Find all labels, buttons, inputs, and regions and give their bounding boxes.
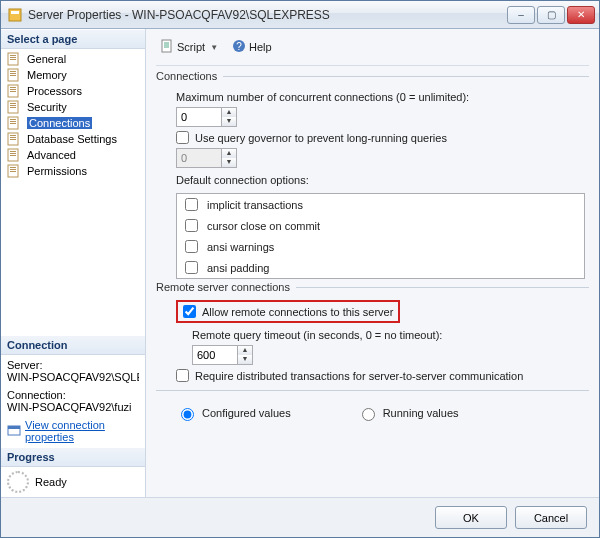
close-button[interactable]: ✕ xyxy=(567,6,595,24)
svg-rect-1 xyxy=(11,11,19,14)
allow-remote-checkbox[interactable]: Allow remote connections to this server xyxy=(183,305,393,318)
remote-timeout-label: Remote query timeout (in seconds, 0 = no… xyxy=(192,329,589,341)
spin-up-icon[interactable]: ▲ xyxy=(222,108,236,117)
connections-legend: Connections xyxy=(156,70,223,82)
svg-rect-9 xyxy=(10,75,16,76)
svg-rect-35 xyxy=(8,426,20,429)
sidebar-item-database-settings[interactable]: Database Settings xyxy=(1,131,145,147)
svg-rect-5 xyxy=(10,59,16,60)
server-value: WIN-PSOACQFAV92\SQLEXPRE xyxy=(7,371,139,383)
progress-header: Progress xyxy=(1,447,145,467)
properties-icon xyxy=(7,423,21,439)
svg-rect-13 xyxy=(10,91,16,92)
svg-rect-31 xyxy=(10,167,16,168)
svg-rect-33 xyxy=(10,171,16,172)
progress-spinner-icon xyxy=(7,471,29,493)
connection-header: Connection xyxy=(1,335,145,355)
page-icon xyxy=(7,100,23,114)
query-governor-value-input: ▲▼ xyxy=(176,148,237,168)
sidebar-item-processors[interactable]: Processors xyxy=(1,83,145,99)
select-page-header: Select a page xyxy=(1,29,145,49)
help-icon: ? xyxy=(232,39,246,55)
page-icon xyxy=(7,84,23,98)
svg-rect-4 xyxy=(10,57,16,58)
sidebar: Select a page GeneralMemoryProcessorsSec… xyxy=(1,29,146,497)
page-icon xyxy=(7,52,23,66)
svg-rect-23 xyxy=(10,135,16,136)
svg-rect-29 xyxy=(10,155,16,156)
connection-label: Connection: xyxy=(7,389,139,401)
toolbar: Script ▼ ? Help xyxy=(156,35,589,66)
help-button[interactable]: ? Help xyxy=(228,37,276,57)
svg-rect-8 xyxy=(10,73,16,74)
cancel-button[interactable]: Cancel xyxy=(515,506,587,529)
svg-rect-21 xyxy=(10,123,16,124)
default-options-listbox[interactable]: implicit transactionscursor close on com… xyxy=(176,193,585,279)
spin-up-icon[interactable]: ▲ xyxy=(238,346,252,355)
svg-rect-11 xyxy=(10,87,16,88)
view-connection-properties-link[interactable]: View connection properties xyxy=(7,419,139,443)
sidebar-item-security[interactable]: Security xyxy=(1,99,145,115)
page-icon xyxy=(7,148,23,162)
svg-rect-7 xyxy=(10,71,16,72)
maximize-button[interactable]: ▢ xyxy=(537,6,565,24)
sidebar-item-memory[interactable]: Memory xyxy=(1,67,145,83)
svg-rect-19 xyxy=(10,119,16,120)
dialog-footer: OK Cancel xyxy=(1,497,599,537)
spin-down-icon[interactable]: ▼ xyxy=(238,355,252,364)
sidebar-item-connections[interactable]: Connections xyxy=(1,115,145,131)
window-title: Server Properties - WIN-PSOACQFAV92\SQLE… xyxy=(28,8,505,22)
sidebar-item-label: Processors xyxy=(27,85,82,97)
svg-rect-12 xyxy=(10,89,16,90)
option-item[interactable]: cursor close on commit xyxy=(177,215,584,236)
script-button[interactable]: Script ▼ xyxy=(156,37,222,57)
svg-rect-36 xyxy=(162,40,171,52)
page-nav: GeneralMemoryProcessorsSecurityConnectio… xyxy=(1,49,145,181)
connection-value: WIN-PSOACQFAV92\fuzi xyxy=(7,401,139,413)
option-item[interactable]: ansi padding xyxy=(177,257,584,278)
max-connections-input[interactable]: ▲▼ xyxy=(176,107,237,127)
option-item[interactable]: ansi warnings xyxy=(177,236,584,257)
sidebar-item-advanced[interactable]: Advanced xyxy=(1,147,145,163)
server-label: Server: xyxy=(7,359,139,371)
svg-rect-0 xyxy=(9,9,21,21)
svg-rect-32 xyxy=(10,169,16,170)
running-values-radio[interactable]: Running values xyxy=(357,405,459,421)
svg-text:?: ? xyxy=(236,41,242,52)
svg-rect-17 xyxy=(10,107,16,108)
script-icon xyxy=(160,39,174,55)
svg-rect-16 xyxy=(10,105,16,106)
app-icon xyxy=(7,7,23,23)
minimize-button[interactable]: – xyxy=(507,6,535,24)
remote-timeout-input[interactable]: ▲▼ xyxy=(192,345,253,365)
require-dtc-checkbox[interactable]: Require distributed transactions for ser… xyxy=(176,369,523,382)
max-connections-label: Maximum number of concurrent connections… xyxy=(176,91,589,103)
allow-remote-highlight: Allow remote connections to this server xyxy=(176,300,400,323)
sidebar-item-label: Permissions xyxy=(27,165,87,177)
configured-values-radio[interactable]: Configured values xyxy=(176,405,291,421)
svg-rect-25 xyxy=(10,139,16,140)
ok-button[interactable]: OK xyxy=(435,506,507,529)
option-item[interactable]: ANSI NULLS xyxy=(177,278,584,279)
svg-rect-15 xyxy=(10,103,16,104)
sidebar-item-general[interactable]: General xyxy=(1,51,145,67)
main-pane: Script ▼ ? Help Connections Maximum numb… xyxy=(146,29,599,497)
sidebar-item-label: Connections xyxy=(27,117,92,129)
svg-rect-20 xyxy=(10,121,16,122)
sidebar-item-label: Advanced xyxy=(27,149,76,161)
page-icon xyxy=(7,116,23,130)
svg-rect-27 xyxy=(10,151,16,152)
svg-rect-28 xyxy=(10,153,16,154)
title-bar: Server Properties - WIN-PSOACQFAV92\SQLE… xyxy=(1,1,599,29)
chevron-down-icon: ▼ xyxy=(210,43,218,52)
default-options-label: Default connection options: xyxy=(176,174,589,186)
option-item[interactable]: implicit transactions xyxy=(177,194,584,215)
page-icon xyxy=(7,132,23,146)
sidebar-item-permissions[interactable]: Permissions xyxy=(1,163,145,179)
spin-down-icon[interactable]: ▼ xyxy=(222,117,236,126)
sidebar-item-label: Security xyxy=(27,101,67,113)
svg-rect-3 xyxy=(10,55,16,56)
page-icon xyxy=(7,68,23,82)
query-governor-checkbox[interactable]: Use query governor to prevent long-runni… xyxy=(176,131,447,144)
remote-connections-legend: Remote server connections xyxy=(156,281,296,293)
